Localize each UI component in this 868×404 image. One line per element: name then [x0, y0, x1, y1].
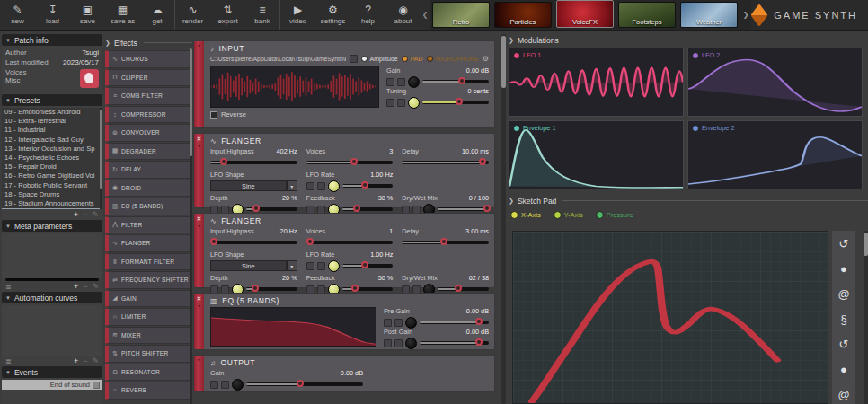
patch-model-tab[interactable]: Footsteps	[618, 2, 676, 28]
dropdown-arrow-icon[interactable]: ▾	[287, 180, 297, 191]
effect-list-item[interactable]: ∿ CHORUS	[105, 50, 192, 68]
preset-item[interactable]: 10 - Extra-Terrestrial	[2, 117, 102, 126]
remove-module-icon[interactable]: ✕	[197, 136, 202, 142]
lfo-rate-slider[interactable]	[342, 264, 394, 268]
preset-item[interactable]: 16 - Retro Game Digitized Voi	[2, 171, 102, 180]
curves-menu-icon[interactable]: ≣	[5, 357, 12, 365]
tuning-slider[interactable]	[422, 101, 489, 104]
source-pad-radio[interactable]: PAD	[402, 56, 423, 62]
param-link-button[interactable]	[384, 339, 392, 347]
sketchpad-tool-icon[interactable]: ↺	[839, 238, 849, 250]
param-link-button[interactable]	[306, 182, 314, 190]
effect-list-item[interactable]: ◉ DROID	[105, 180, 192, 198]
param-link-button[interactable]	[386, 99, 394, 107]
toolbar-button[interactable]: ☁ get	[140, 0, 175, 30]
pre-gain-slider[interactable]	[420, 321, 489, 324]
preset-item[interactable]: 19 - Stadium Announcements	[2, 199, 102, 208]
remove-curve-button[interactable]: −	[83, 356, 87, 365]
sketchpad-mode-radio[interactable]: Pressure	[596, 211, 633, 219]
remove-module-icon[interactable]: ✕	[197, 295, 202, 302]
toolbar-button[interactable]: ◉ about	[385, 0, 421, 30]
patch-model-tab[interactable]: Particles	[494, 2, 552, 28]
pre-gain-knob[interactable]	[405, 317, 417, 329]
toolbar-button[interactable]: ▣ save	[70, 0, 105, 30]
input-settings-gear-icon[interactable]: ⚙	[483, 55, 489, 63]
panel-arrow-icon[interactable]: ❯	[509, 198, 514, 205]
modulation-lfo2[interactable]: LFO 2	[687, 48, 863, 117]
modulation-envelope1[interactable]: Envelope 1	[509, 120, 684, 189]
lfo-shape-dropdown[interactable]: Sine ▾	[210, 260, 297, 271]
edit-curve-button[interactable]: ✎	[92, 356, 99, 365]
gain-slider[interactable]	[422, 80, 489, 83]
source-amplitude-radio[interactable]: Amplitude	[361, 56, 398, 62]
toolbar-button[interactable]: ⚙ settings	[315, 0, 350, 30]
delay-slider[interactable]	[402, 161, 489, 164]
toolbar-button[interactable]: ▶ video	[280, 0, 315, 30]
add-meta-button[interactable]: +	[74, 282, 78, 291]
reverse-checkbox[interactable]	[210, 111, 217, 119]
module-drag-strip[interactable]: ✕ ▾	[194, 134, 204, 207]
param-link-button[interactable]	[210, 381, 218, 389]
panel-arrow-icon[interactable]: ❯	[105, 40, 111, 47]
sketchpad-canvas[interactable]	[512, 231, 828, 404]
remove-meta-button[interactable]: −	[83, 282, 87, 291]
remove-module-icon[interactable]: ✕	[197, 215, 202, 222]
tuning-knob[interactable]	[408, 97, 420, 109]
param-curve-button[interactable]	[394, 339, 403, 347]
automation-curves-header[interactable]: ▼ Automation curves	[2, 292, 102, 303]
patch-model-tab[interactable]: VoiceFX	[556, 0, 614, 28]
depth-slider[interactable]	[246, 287, 297, 291]
param-curve-button[interactable]	[394, 319, 403, 327]
mix-slider[interactable]	[438, 207, 489, 211]
sketchpad-mode-radio[interactable]: X-Axis	[510, 211, 541, 219]
param-link-button[interactable]	[306, 262, 314, 270]
param-curve-button[interactable]	[397, 78, 405, 86]
toolbar-button[interactable]: ∿ render	[175, 0, 210, 30]
param-link-button[interactable]	[384, 319, 392, 327]
module-drag-strip[interactable]: ✕ ▾	[194, 214, 204, 287]
param-curve-button[interactable]	[317, 182, 325, 190]
lfo-rate-slider[interactable]	[342, 184, 394, 188]
preset-item[interactable]: 15 - Repair Droid	[2, 162, 102, 171]
modulation-lfo1[interactable]: LFO 1	[509, 48, 684, 117]
sketchpad-tool-icon[interactable]: ↺	[839, 338, 849, 351]
event-item[interactable]: End of sound	[2, 380, 102, 390]
tabs-scroll-right-icon[interactable]: ❯	[740, 0, 751, 30]
patch-info-header[interactable]: ▼ Patch info	[2, 34, 102, 46]
effect-list-item[interactable]: ▥ EQ (5 BANDS)	[105, 198, 192, 215]
sketchpad-tool-icon[interactable]: §	[840, 313, 846, 326]
add-preset-button[interactable]: +	[74, 210, 78, 219]
preset-item[interactable]: 17 - Robotic Public Servant	[2, 181, 102, 190]
post-gain-slider[interactable]	[420, 341, 489, 345]
toolbar-button[interactable]: ▦ save as	[105, 0, 140, 30]
preset-item[interactable]: 11 - Industrial	[2, 126, 102, 135]
effect-list-item[interactable]: ≈ REVERB	[105, 382, 192, 400]
effect-list-item[interactable]: ⊛ CONVOLVER	[105, 124, 192, 142]
effect-list-item[interactable]: ⊓ CLIPPER	[105, 69, 192, 87]
sketchpad-tool-icon[interactable]: @	[837, 288, 849, 301]
dropdown-arrow-icon[interactable]: ▾	[287, 260, 297, 271]
audio-file-path[interactable]: C:\Users\pierre\AppData\Local\Tsugi\Game…	[210, 56, 346, 62]
preset-item[interactable]: 20 - Swamp Monster	[2, 208, 102, 209]
edit-meta-button[interactable]: ✎	[92, 282, 99, 291]
param-curve-button[interactable]	[397, 99, 405, 107]
tabs-scroll-left-icon[interactable]: ❮	[421, 0, 430, 30]
effect-list-item[interactable]: ▦ DEGRADER	[105, 143, 192, 161]
preset-item[interactable]: 14 - Psychedelic Echoes	[2, 154, 102, 162]
sketchpad-tool-icon[interactable]: ●	[840, 364, 847, 376]
feedback-slider[interactable]	[342, 207, 394, 211]
preset-item[interactable]: 09 - Emotionless Android	[2, 108, 102, 117]
effect-list-item[interactable]: Ω RESONATOR	[105, 364, 192, 382]
mix-slider[interactable]	[438, 287, 489, 291]
chain-scrollbar[interactable]	[501, 34, 506, 404]
presets-header[interactable]: ▼ Presets	[2, 94, 102, 106]
source-microphone-radio[interactable]: MICROPHONE	[427, 56, 479, 62]
edit-preset-button[interactable]: ✎	[92, 210, 99, 219]
effects-scrollbar[interactable]	[190, 48, 192, 404]
effect-list-item[interactable]: ≡ COMB FILTER	[105, 87, 192, 105]
effect-list-item[interactable]: ʬ FORMANT FILTER	[105, 253, 192, 271]
events-header[interactable]: ▼ Events	[2, 366, 102, 378]
preset-item[interactable]: 18 - Space Drums	[2, 190, 102, 199]
meta-menu-icon[interactable]: ≣	[5, 283, 12, 291]
lfo-rate-knob[interactable]	[328, 180, 340, 192]
